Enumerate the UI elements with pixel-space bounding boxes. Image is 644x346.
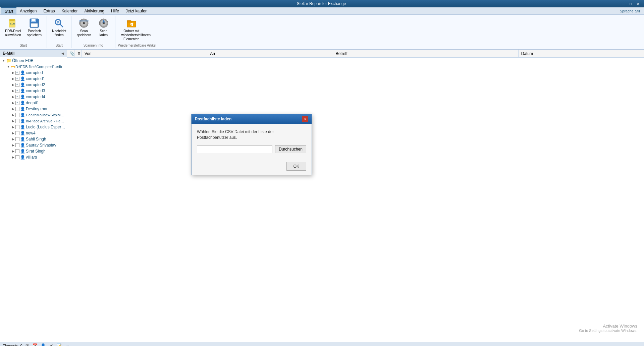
dialog-ok-button[interactable]: OK xyxy=(286,162,306,171)
expand-corrupted3[interactable]: ▶ xyxy=(11,89,15,93)
menu-aktivierung[interactable]: Aktivierung xyxy=(81,7,107,14)
status-more-btn[interactable]: ··· xyxy=(64,343,71,346)
label-new4: new4 xyxy=(26,131,36,135)
tree-mailbox-deepti1[interactable]: ▶ 👤 deepti1 xyxy=(0,100,67,106)
recoverable-folder-button[interactable]: Ordner mitwiederherstellbaren Elementen xyxy=(118,16,145,43)
expand-healthmailbox[interactable]: ▶ xyxy=(11,113,15,117)
dialog-file-input[interactable] xyxy=(197,145,272,153)
expand-lucio[interactable]: ▶ xyxy=(11,125,15,129)
status-contacts-btn[interactable]: 👤 xyxy=(40,343,47,346)
menu-hilfe[interactable]: Hilfe xyxy=(108,7,122,14)
user-icon-healthmailbox: 👤 xyxy=(20,113,25,117)
tree-mailbox-corrupted[interactable]: ▶ 👤 corrupted xyxy=(0,70,67,76)
status-calendar-btn[interactable]: 📅 xyxy=(32,343,39,346)
menu-kaufen[interactable]: Jetzt kaufen xyxy=(122,7,151,14)
expand-corrupted4[interactable]: ▶ xyxy=(11,95,15,99)
cb-villiars[interactable] xyxy=(15,155,19,159)
ribbon: EDB EDB-Dateiauswählen Postfachspeichern… xyxy=(0,15,644,50)
expand-destiny-roar[interactable]: ▶ xyxy=(11,107,15,111)
ribbon-group-recover-content: Ordner mitwiederherstellbaren Elementen xyxy=(118,16,145,43)
tree-mailbox-sahil-singh[interactable]: ▶ 👤 Sahil Singh xyxy=(0,136,67,142)
restore-button[interactable]: □ xyxy=(627,1,634,6)
ribbon-group-scan-content: Scanspeichern Scanladen xyxy=(74,16,112,43)
tree-mailbox-inplace[interactable]: ▶ 👤 In-Place Archive - HealthMai xyxy=(0,118,67,124)
expand-sahil-singh[interactable]: ▶ xyxy=(11,137,15,141)
menu-start[interactable]: Start xyxy=(1,7,16,14)
cb-saurav[interactable] xyxy=(15,143,19,147)
dialog-close-button[interactable]: × xyxy=(302,116,308,122)
cb-corrupted2[interactable] xyxy=(15,83,19,87)
ribbon-group-recover-label: Wiederherstellbare Artikel xyxy=(118,44,156,48)
tree-mailbox-lucio[interactable]: ▶ 👤 Lucio (Lucius,Esperanto) xyxy=(0,124,67,130)
dialog-browse-button[interactable]: Durchsuchen xyxy=(275,145,306,153)
status-mail-btn[interactable]: ✉ xyxy=(24,343,31,346)
cb-destiny-roar[interactable] xyxy=(15,107,19,111)
tree-mailbox-villiars[interactable]: ▶ 👤 villiars xyxy=(0,154,67,160)
tree-root-label: Öffnen EDB xyxy=(12,58,34,63)
status-notes-btn[interactable]: 📝 xyxy=(56,343,63,346)
tree-mailbox-new4[interactable]: ▶ 👤 new4 xyxy=(0,130,67,136)
label-corrupted1: corrupted1 xyxy=(26,76,45,81)
tree-mailbox-corrupted1[interactable]: ▶ 👤 corrupted1 xyxy=(0,76,67,82)
edb-open-button[interactable]: EDB EDB-Dateiauswählen xyxy=(3,16,23,43)
expand-villiars[interactable]: ▶ xyxy=(11,155,15,160)
cb-sahil-singh[interactable] xyxy=(15,137,19,141)
cb-corrupted4[interactable] xyxy=(15,95,19,99)
dialog-message: Wählen Sie die CSV-Datei mit der Liste d… xyxy=(197,129,306,140)
cb-corrupted[interactable] xyxy=(15,71,19,75)
cb-deepti1[interactable] xyxy=(15,101,19,105)
label-corrupted2: corrupted2 xyxy=(26,82,45,87)
expand-corrupted2[interactable]: ▶ xyxy=(11,82,15,87)
dialog-body: Wählen Sie die CSV-Datei mit der Liste d… xyxy=(192,124,312,162)
language-btn[interactable]: Sprache xyxy=(620,9,634,13)
tree-mailbox-corrupted3[interactable]: ▶ 👤 corrupted3 xyxy=(0,88,67,94)
expand-inplace[interactable]: ▶ xyxy=(11,119,15,123)
sidebar-header: E-Mail ◀ xyxy=(0,50,67,57)
user-icon-new4: 👤 xyxy=(20,131,25,135)
expand-new4[interactable]: ▶ xyxy=(11,131,15,135)
expand-sirat[interactable]: ▶ xyxy=(11,149,15,154)
style-btn[interactable]: Stil xyxy=(635,9,640,13)
cb-lucio[interactable] xyxy=(15,125,19,129)
user-icon-deepti1: 👤 xyxy=(20,101,25,105)
expand-corrupted1[interactable]: ▶ xyxy=(11,76,15,81)
tree-mailbox-corrupted2[interactable]: ▶ 👤 corrupted2 xyxy=(0,82,67,88)
col-header-attachment: 📎 xyxy=(67,50,74,57)
edb-open-icon: EDB xyxy=(8,18,18,28)
menu-anzeigen[interactable]: Anzeigen xyxy=(16,7,40,14)
tree-mailbox-sirat[interactable]: ▶ 👤 Sirat Singh xyxy=(0,148,67,154)
expand-corrupted[interactable]: ▶ xyxy=(11,70,15,75)
tree-mailbox-saurav[interactable]: ▶ 👤 Saurav Srivastav xyxy=(0,142,67,148)
ribbon-group-scan-label: Scannen Info xyxy=(74,44,112,48)
sidebar-collapse-btn[interactable]: ◀ xyxy=(61,52,64,55)
tree-db[interactable]: ▼ 🗃 D:\EDB files\Corrupted1.edb xyxy=(0,64,67,70)
menu-kalender[interactable]: Kalender xyxy=(58,7,81,14)
expand-deepti1[interactable]: ▶ xyxy=(11,101,15,105)
cb-corrupted1[interactable] xyxy=(15,77,19,81)
tree-root-expand[interactable]: ▼ xyxy=(1,58,6,63)
cb-inplace[interactable] xyxy=(15,119,19,123)
message-find-button[interactable]: Nachrichtfinden xyxy=(50,16,68,43)
tree-mailbox-corrupted4[interactable]: ▶ 👤 corrupted4 xyxy=(0,94,67,100)
tree-root[interactable]: ▼ 📁 Öffnen EDB xyxy=(0,57,67,64)
cb-healthmailbox[interactable] xyxy=(15,113,19,117)
tree-db-expand[interactable]: ▼ xyxy=(6,64,11,69)
menu-extras[interactable]: Extras xyxy=(40,7,58,14)
mailbox-save-button[interactable]: Postfachspeichern xyxy=(25,16,44,43)
cb-corrupted3[interactable] xyxy=(15,89,19,93)
tree-mailbox-destiny-roar[interactable]: ▶ 👤 Destiny roar xyxy=(0,106,67,112)
cb-sirat[interactable] xyxy=(15,149,19,153)
cb-new4[interactable] xyxy=(15,131,19,135)
close-button[interactable]: ✕ xyxy=(635,1,641,6)
content-area: 📎 🗑 Von An Betreff Datum xyxy=(67,50,644,342)
expand-saurav[interactable]: ▶ xyxy=(11,143,15,148)
status-bar: Elemente: 0 ✉ 📅 👤 ✔ 📝 ··· xyxy=(0,342,644,346)
email-list-area xyxy=(67,58,644,342)
tree-mailbox-healthmailbox[interactable]: ▶ 👤 HealthMailbox-SitplMail-Co xyxy=(0,112,67,118)
scan-load-button[interactable]: Scanladen xyxy=(95,16,112,43)
minimize-button[interactable]: ─ xyxy=(620,1,627,6)
scan-save-button[interactable]: Scanspeichern xyxy=(74,16,93,43)
status-tasks-btn[interactable]: ✔ xyxy=(48,343,55,346)
scan-load-label: Scanladen xyxy=(100,29,108,37)
svg-rect-15 xyxy=(79,20,89,21)
